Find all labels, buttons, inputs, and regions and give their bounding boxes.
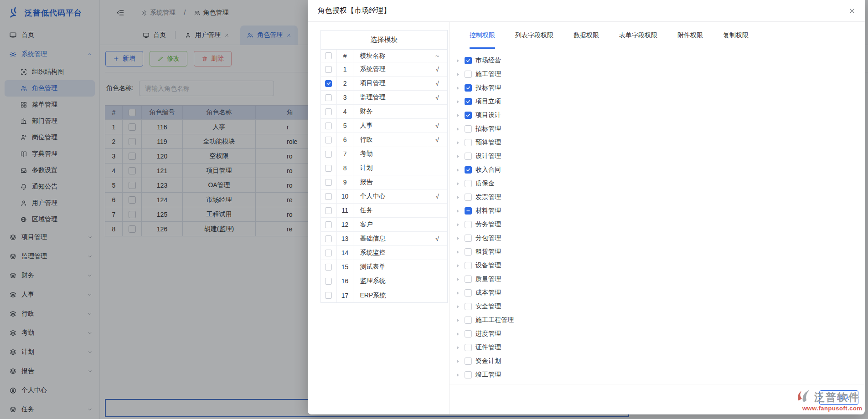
tree-item[interactable]: 进度管理	[450, 327, 865, 341]
tree-item[interactable]: 分包管理	[450, 231, 865, 245]
caret-right-icon[interactable]	[455, 345, 461, 351]
tree-item[interactable]: 资金计划	[450, 354, 865, 368]
module-row[interactable]: 11任务	[321, 204, 447, 218]
caret-right-icon[interactable]	[455, 222, 461, 228]
tree-checkbox[interactable]	[465, 166, 472, 174]
tree-checkbox[interactable]	[465, 180, 472, 187]
perm-tab-控制权限[interactable]: 控制权限	[470, 22, 495, 49]
confirm-button[interactable]: 确认	[819, 390, 858, 405]
caret-right-icon[interactable]	[455, 153, 461, 159]
caret-right-icon[interactable]	[455, 331, 461, 337]
tree-item[interactable]: 发票管理	[450, 190, 865, 204]
tree-checkbox[interactable]	[465, 125, 472, 133]
module-checkbox[interactable]	[325, 151, 332, 158]
tree-item[interactable]: 材料管理	[450, 204, 865, 218]
module-row[interactable]: 17ERP系统	[321, 288, 447, 302]
module-row[interactable]: 6行政√	[321, 133, 447, 147]
tree-item[interactable]: 证件管理	[450, 341, 865, 354]
caret-right-icon[interactable]	[455, 304, 461, 310]
caret-right-icon[interactable]	[455, 249, 461, 255]
module-checkbox[interactable]	[325, 193, 332, 200]
module-row[interactable]: 8计划	[321, 161, 447, 175]
tree-item[interactable]: 租赁管理	[450, 245, 865, 259]
module-checkbox[interactable]	[325, 123, 332, 129]
select-all-checkbox[interactable]	[325, 52, 332, 59]
tree-checkbox[interactable]	[465, 235, 472, 242]
caret-right-icon[interactable]	[455, 290, 461, 296]
caret-right-icon[interactable]	[455, 208, 461, 214]
tree-checkbox[interactable]	[465, 317, 472, 324]
module-checkbox[interactable]	[325, 80, 332, 87]
tree-checkbox[interactable]	[465, 289, 472, 296]
caret-right-icon[interactable]	[455, 112, 461, 118]
module-checkbox[interactable]	[325, 264, 332, 271]
tree-checkbox[interactable]	[465, 262, 472, 269]
module-row[interactable]: 2项目管理√	[321, 77, 447, 91]
tree-item[interactable]: 招标管理	[450, 122, 865, 136]
caret-right-icon[interactable]	[455, 72, 461, 77]
tree-item[interactable]: 项目设计	[450, 108, 865, 122]
tree-checkbox[interactable]	[465, 344, 472, 351]
caret-right-icon[interactable]	[455, 358, 461, 364]
tree-checkbox[interactable]	[465, 57, 472, 64]
module-row[interactable]: 16监理系统	[321, 274, 447, 288]
tree-checkbox[interactable]	[465, 330, 472, 337]
module-row[interactable]: 9报告	[321, 175, 447, 189]
module-checkbox[interactable]	[325, 179, 332, 186]
module-checkbox[interactable]	[325, 278, 332, 285]
module-checkbox[interactable]	[325, 94, 332, 101]
tree-checkbox[interactable]	[465, 98, 472, 105]
tree-checkbox[interactable]	[465, 221, 472, 228]
tree-item[interactable]: 施工工程管理	[450, 313, 865, 327]
caret-right-icon[interactable]	[455, 276, 461, 282]
tree-item[interactable]: 劳务管理	[450, 218, 865, 231]
module-row[interactable]: 12客户	[321, 218, 447, 232]
module-checkbox[interactable]	[325, 165, 332, 172]
module-row[interactable]: 15测试表单	[321, 260, 447, 274]
module-checkbox[interactable]	[325, 66, 332, 73]
close-icon[interactable]	[848, 7, 856, 15]
tree-item[interactable]: 竣工管理	[450, 368, 865, 382]
tree-checkbox[interactable]	[465, 207, 472, 215]
caret-right-icon[interactable]	[455, 167, 461, 173]
module-checkbox[interactable]	[325, 250, 332, 256]
perm-tab-复制权限[interactable]: 复制权限	[723, 22, 749, 49]
tree-checkbox[interactable]	[465, 139, 472, 146]
caret-right-icon[interactable]	[455, 372, 461, 378]
tree-checkbox[interactable]	[465, 248, 472, 255]
tree-item[interactable]: 投标管理	[450, 81, 865, 95]
tree-item[interactable]: 质量管理	[450, 272, 865, 286]
module-row[interactable]: 3监理管理√	[321, 91, 447, 105]
tree-checkbox[interactable]	[465, 276, 472, 283]
tree-item[interactable]: 质保金	[450, 177, 865, 190]
tree-item[interactable]: 施工管理	[450, 67, 865, 81]
caret-right-icon[interactable]	[455, 181, 461, 187]
caret-right-icon[interactable]	[455, 99, 461, 105]
caret-right-icon[interactable]	[455, 235, 461, 241]
tree-checkbox[interactable]	[465, 371, 472, 378]
tree-item[interactable]: 安全管理	[450, 300, 865, 313]
module-row[interactable]: 5人事√	[321, 119, 447, 133]
caret-right-icon[interactable]	[455, 263, 461, 269]
perm-tab-附件权限[interactable]: 附件权限	[677, 22, 703, 49]
tree-item[interactable]: 设计管理	[450, 149, 865, 163]
module-row[interactable]: 4财务	[321, 105, 447, 119]
module-checkbox[interactable]	[325, 292, 332, 299]
module-checkbox[interactable]	[325, 207, 332, 214]
perm-tab-列表字段权限[interactable]: 列表字段权限	[515, 22, 553, 49]
tree-item[interactable]: 市场经营	[450, 54, 865, 67]
tree-checkbox[interactable]	[465, 303, 472, 310]
tree-item[interactable]: 预算管理	[450, 136, 865, 149]
module-row[interactable]: 10个人中心√	[321, 189, 447, 204]
tree-item[interactable]: 成本管理	[450, 286, 865, 300]
perm-tab-数据权限[interactable]: 数据权限	[574, 22, 599, 49]
perm-tab-表单字段权限[interactable]: 表单字段权限	[619, 22, 657, 49]
module-checkbox[interactable]	[325, 235, 332, 242]
tree-checkbox[interactable]	[465, 358, 472, 365]
tree-checkbox[interactable]	[465, 153, 472, 160]
caret-right-icon[interactable]	[455, 194, 461, 200]
tree-item[interactable]: 收入合同	[450, 163, 865, 177]
tree-checkbox[interactable]	[465, 84, 472, 92]
tree-item[interactable]: 设备管理	[450, 259, 865, 272]
tree-checkbox[interactable]	[465, 71, 472, 78]
